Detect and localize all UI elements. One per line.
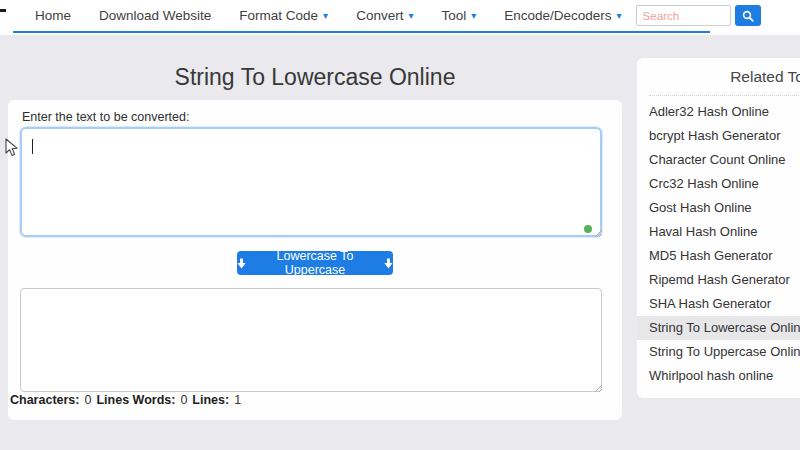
sidebar-item-md5[interactable]: MD5 Hash Generator: [637, 244, 800, 268]
search-icon: [742, 10, 754, 22]
nav-item-label: Tool: [441, 8, 466, 23]
sidebar-title: Related Tools: [637, 58, 800, 86]
text-caret: [32, 139, 33, 154]
sidebar-item-string-to-lowercase[interactable]: String To Lowercase Online: [637, 316, 800, 340]
nav-item-format-code[interactable]: Format Code ▾: [225, 8, 342, 23]
chevron-down-icon: ▾: [323, 11, 328, 21]
arrow-down-icon: [384, 258, 393, 269]
converter-panel: Enter the text to be converted: Lowercas…: [8, 100, 622, 420]
chevron-down-icon: ▾: [617, 11, 622, 21]
search-button[interactable]: [735, 5, 761, 26]
related-tools-list: Adler32 Hash Online bcrypt Hash Generato…: [637, 100, 800, 388]
extension-status-dot-icon: [584, 225, 592, 233]
text-stats: Characters: 0 Lines Words: 0 Lines: 1: [10, 393, 241, 407]
nav-item-label: Convert: [356, 8, 403, 23]
stat-value: 0: [84, 393, 91, 407]
sidebar-item-whirlpool[interactable]: Whirlpool hash online: [637, 364, 800, 388]
sidebar-item-character-count[interactable]: Character Count Online: [637, 148, 800, 172]
mouse-cursor-icon: [5, 138, 20, 157]
sidebar-item-ripemd[interactable]: Ripemd Hash Generator: [637, 268, 800, 292]
nav-item-label: Home: [35, 8, 71, 23]
sidebar-item-gost[interactable]: Gost Hash Online: [637, 196, 800, 220]
divider: [649, 95, 800, 96]
nav-item-tool[interactable]: Tool ▾: [427, 8, 490, 23]
search-input[interactable]: [636, 5, 731, 26]
sidebar-item-haval[interactable]: Haval Hash Online: [637, 220, 800, 244]
stat-label: Lines Words:: [96, 393, 175, 407]
nav-item-label: Download Website: [99, 8, 211, 23]
top-navbar: Home Download Website Format Code ▾ Conv…: [0, 0, 800, 35]
convert-button[interactable]: Lowercase To Uppercase: [237, 251, 393, 275]
result-textarea[interactable]: [20, 288, 602, 392]
nav-item-download-website[interactable]: Download Website: [85, 8, 225, 23]
navbar-container: Home Download Website Format Code ▾ Conv…: [13, 0, 710, 33]
source-textarea[interactable]: [20, 127, 602, 237]
sidebar-item-sha[interactable]: SHA Hash Generator: [637, 292, 800, 316]
nav-item-home[interactable]: Home: [21, 8, 85, 23]
stat-value: 0: [180, 393, 187, 407]
page-title: String To Lowercase Online: [8, 64, 622, 91]
related-tools-panel: Related Tools Adler32 Hash Online bcrypt…: [637, 58, 800, 398]
stat-value: 1: [234, 393, 241, 407]
stat-label: Lines:: [192, 393, 229, 407]
chevron-down-icon: ▾: [471, 11, 476, 21]
nav-item-encode-decoders[interactable]: Encode/Decoders ▾: [490, 8, 635, 23]
sidebar-item-string-to-uppercase[interactable]: String To Uppercase Online: [637, 340, 800, 364]
nav-item-label: Encode/Decoders: [504, 8, 611, 23]
arrow-down-icon: [237, 258, 246, 269]
screen-artifact-dash: [0, 9, 6, 12]
sidebar-item-crc32[interactable]: Crc32 Hash Online: [637, 172, 800, 196]
chevron-down-icon: ▾: [408, 11, 413, 21]
resize-handle-icon[interactable]: [592, 227, 603, 238]
search-group: [636, 5, 761, 26]
input-label: Enter the text to be converted:: [22, 110, 189, 124]
nav-links: Home Download Website Format Code ▾ Conv…: [21, 8, 636, 23]
nav-item-label: Format Code: [239, 8, 318, 23]
sidebar-item-bcrypt[interactable]: bcrypt Hash Generator: [637, 124, 800, 148]
stat-label: Characters:: [10, 393, 79, 407]
convert-button-label: Lowercase To Uppercase: [252, 249, 378, 277]
sidebar-item-adler32[interactable]: Adler32 Hash Online: [637, 100, 800, 124]
resize-handle-icon[interactable]: [592, 382, 603, 393]
nav-item-convert[interactable]: Convert ▾: [342, 8, 427, 23]
